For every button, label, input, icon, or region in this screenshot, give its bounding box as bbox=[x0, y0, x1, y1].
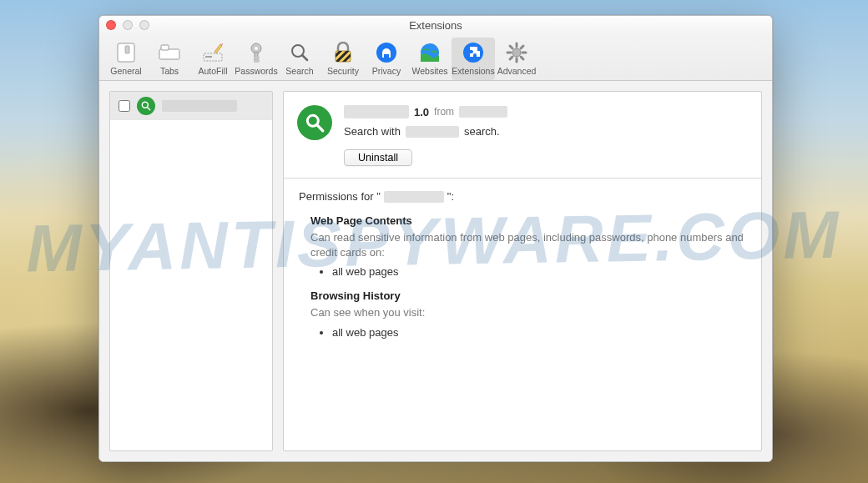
permission-list-item: all web pages bbox=[332, 265, 746, 278]
desc-suffix: search. bbox=[464, 125, 500, 138]
autofill-icon bbox=[201, 41, 225, 64]
svg-line-25 bbox=[521, 57, 523, 59]
permission-list-item: all web pages bbox=[332, 326, 746, 339]
svg-rect-14 bbox=[336, 51, 351, 62]
tab-passwords[interactable]: Passwords bbox=[235, 38, 278, 80]
tab-search[interactable]: Search bbox=[278, 38, 321, 80]
extension-name-redacted bbox=[162, 100, 237, 112]
svg-point-19 bbox=[512, 48, 521, 57]
preferences-toolbar: General Tabs AutoFill Passwords Search bbox=[99, 34, 772, 81]
svg-line-12 bbox=[302, 55, 307, 60]
detail-header-text: 1.0 from Search with search. Uninstall bbox=[344, 105, 748, 166]
extension-detail-panel: 1.0 from Search with search. Uninstall P… bbox=[283, 91, 762, 451]
extension-icon-large bbox=[297, 105, 332, 140]
perm-title-suffix: ": bbox=[447, 190, 454, 203]
extension-enable-checkbox[interactable] bbox=[119, 100, 130, 112]
tab-autofill[interactable]: AutoFill bbox=[191, 38, 235, 80]
permission-desc: Can see when you visit: bbox=[310, 305, 746, 320]
tab-security[interactable]: Security bbox=[321, 38, 365, 80]
svg-rect-1 bbox=[125, 46, 129, 53]
permission-block: Browsing History Can see when you visit:… bbox=[310, 289, 746, 338]
tab-extensions[interactable]: Extensions bbox=[452, 38, 495, 80]
tab-label: Search bbox=[285, 66, 313, 76]
tab-websites[interactable]: Websites bbox=[408, 38, 452, 80]
security-icon bbox=[331, 41, 355, 64]
tab-label: Security bbox=[327, 66, 359, 76]
extension-title-redacted bbox=[344, 105, 409, 118]
desc-prefix: Search with bbox=[344, 125, 401, 138]
content-area: 1.0 from Search with search. Uninstall P… bbox=[99, 81, 772, 461]
privacy-icon bbox=[375, 41, 398, 64]
svg-line-27 bbox=[510, 57, 512, 59]
window-title: Extensions bbox=[99, 19, 772, 32]
extensions-icon bbox=[462, 41, 485, 64]
svg-line-29 bbox=[147, 107, 149, 109]
from-label: from bbox=[434, 106, 454, 118]
svg-line-24 bbox=[510, 46, 512, 48]
tab-advanced[interactable]: Advanced bbox=[495, 38, 538, 80]
desc-name-redacted bbox=[406, 126, 459, 138]
permissions-section: Permissions for " ": Web Page Contents C… bbox=[284, 179, 761, 362]
extension-author-redacted bbox=[459, 106, 507, 118]
extension-version: 1.0 bbox=[414, 106, 429, 118]
svg-line-26 bbox=[521, 46, 523, 48]
tab-label: Passwords bbox=[235, 66, 277, 76]
preferences-window: Extensions General Tabs AutoFill Passwor… bbox=[98, 15, 773, 462]
tab-label: Advanced bbox=[497, 66, 537, 76]
tab-label: General bbox=[110, 66, 141, 76]
svg-rect-2 bbox=[159, 49, 179, 59]
general-icon bbox=[114, 41, 138, 64]
tab-tabs[interactable]: Tabs bbox=[148, 38, 191, 80]
tab-label: Extensions bbox=[452, 66, 494, 76]
permission-block: Web Page Contents Can read sensitive inf… bbox=[310, 214, 746, 278]
svg-rect-10 bbox=[255, 60, 260, 63]
svg-line-31 bbox=[317, 125, 323, 131]
extension-list-item[interactable] bbox=[110, 92, 272, 120]
permissions-title: Permissions for " ": bbox=[299, 190, 746, 203]
tab-general[interactable]: General bbox=[104, 38, 148, 80]
window-titlebar: Extensions bbox=[99, 16, 772, 34]
svg-rect-3 bbox=[161, 45, 169, 50]
tab-label: AutoFill bbox=[198, 66, 227, 76]
tab-privacy[interactable]: Privacy bbox=[365, 38, 408, 80]
extension-icon bbox=[137, 97, 155, 115]
permission-heading: Web Page Contents bbox=[310, 214, 746, 227]
svg-rect-9 bbox=[255, 57, 260, 59]
tab-label: Tabs bbox=[160, 66, 179, 76]
passwords-icon bbox=[245, 41, 268, 64]
tab-label: Privacy bbox=[372, 66, 401, 76]
websites-icon bbox=[418, 41, 442, 64]
uninstall-button[interactable]: Uninstall bbox=[344, 149, 412, 166]
permission-list: all web pages bbox=[332, 265, 746, 278]
permission-list: all web pages bbox=[332, 326, 746, 339]
detail-header: 1.0 from Search with search. Uninstall bbox=[284, 92, 761, 179]
tab-label: Websites bbox=[412, 66, 448, 76]
permission-heading: Browsing History bbox=[310, 289, 746, 302]
svg-point-7 bbox=[255, 47, 258, 50]
perm-title-prefix: Permissions for " bbox=[299, 190, 381, 203]
perm-title-name-redacted bbox=[384, 191, 444, 203]
tabs-icon bbox=[158, 41, 181, 64]
advanced-icon bbox=[505, 41, 528, 64]
extensions-sidebar bbox=[109, 91, 273, 451]
search-icon bbox=[288, 41, 311, 64]
permission-desc: Can read sensitive information from web … bbox=[310, 230, 746, 260]
